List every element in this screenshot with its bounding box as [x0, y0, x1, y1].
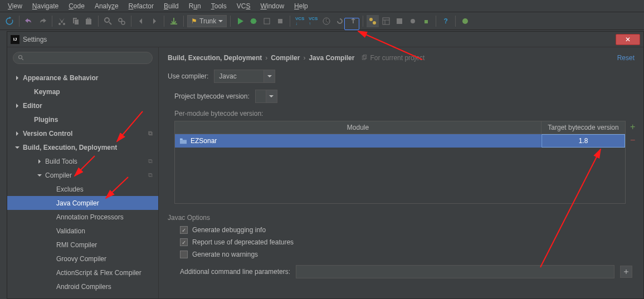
no-warnings-checkbox[interactable]	[180, 251, 188, 258]
tree-actionscript-flex-compiler[interactable]: ActionScript & Flex Compiler	[7, 266, 158, 280]
svg-rect-5	[278, 19, 282, 23]
menu-window[interactable]: Window	[256, 1, 289, 11]
no-warnings-label: Generate no warnings	[192, 251, 258, 258]
vcs-branch-selector[interactable]: ⚑ Trunk	[187, 15, 227, 27]
svg-rect-10	[397, 18, 402, 24]
params-input[interactable]	[296, 265, 614, 278]
menu-refactor[interactable]: Refactor	[124, 1, 158, 11]
svg-point-12	[19, 56, 22, 59]
svg-rect-4	[264, 18, 270, 24]
copy-icon[interactable]	[69, 15, 81, 27]
svg-point-2	[121, 21, 125, 24]
use-compiler-combo[interactable]: Javac	[214, 70, 275, 83]
copy-icon	[361, 55, 368, 61]
intellij-icon: IJ	[11, 35, 19, 44]
menu-vcs[interactable]: VCS	[232, 1, 255, 11]
tree-plugins[interactable]: Plugins	[7, 112, 158, 126]
cut-icon[interactable]	[56, 15, 68, 27]
breadcrumb: Build, Execution, Deployment › Compiler …	[168, 54, 635, 62]
tree-excludes[interactable]: Excludes	[7, 182, 158, 196]
menu-help[interactable]: Help	[290, 1, 313, 11]
back-icon[interactable]	[135, 15, 147, 27]
android-icon[interactable]	[420, 15, 432, 27]
svg-rect-9	[383, 18, 389, 24]
per-module-label: Per-module bytecode version:	[174, 110, 635, 117]
main-toolbar: ⚑ Trunk VCS↓ VCS↑ ?	[0, 12, 644, 30]
svg-point-7	[369, 18, 373, 21]
menu-analyze[interactable]: Analyze	[90, 1, 123, 11]
project-structure-icon[interactable]	[380, 15, 392, 27]
remove-module-button[interactable]: −	[630, 135, 635, 145]
tree-annotation-processors[interactable]: Annotation Processors	[7, 210, 158, 224]
close-button[interactable]: ✕	[616, 34, 640, 45]
params-label: Additional command line parameters:	[180, 268, 290, 276]
tree-compiler[interactable]: Compiler⧉	[7, 168, 158, 182]
project-bytecode-combo[interactable]	[255, 90, 277, 103]
table-row[interactable]: EZSonar 1.8	[175, 134, 625, 148]
col-module: Module	[175, 121, 541, 134]
javac-options-title: Javac Options	[168, 214, 635, 222]
tree-android-compilers[interactable]: Android Compilers	[7, 280, 158, 293]
breadcrumb-1[interactable]: Build, Execution, Deployment	[168, 54, 262, 62]
tree-rmi-compiler[interactable]: RMI Compiler	[7, 238, 158, 252]
menu-run[interactable]: Run	[184, 1, 206, 11]
settings-search[interactable]	[13, 52, 153, 64]
menu-navigate[interactable]: Navigate	[28, 1, 63, 11]
breadcrumb-2[interactable]: Compiler	[271, 54, 300, 62]
settings-tree: Appearance & BehaviorKeymapEditorPlugins…	[7, 68, 158, 298]
add-module-button[interactable]: +	[630, 122, 635, 132]
vcs-history-icon[interactable]	[320, 15, 333, 27]
refresh-icon[interactable]	[3, 15, 16, 27]
stop-icon[interactable]	[274, 15, 286, 27]
svg-point-0	[105, 18, 109, 22]
redo-icon[interactable]	[36, 15, 48, 27]
report-deprecated-checkbox[interactable]	[180, 238, 188, 246]
tree-keymap[interactable]: Keymap	[7, 85, 158, 99]
tree-editor[interactable]: Editor	[7, 99, 158, 112]
vcs-update-icon[interactable]: VCS↓	[294, 15, 306, 27]
chevron-down-icon[interactable]	[264, 70, 275, 83]
tree-build-tools[interactable]: Build Tools⧉	[7, 154, 158, 168]
paste-icon[interactable]	[82, 15, 95, 27]
menu-build[interactable]: Build	[159, 1, 183, 11]
use-compiler-label: Use compiler:	[168, 72, 208, 80]
run-icon[interactable]	[234, 15, 246, 27]
use-compiler-value: Javac	[214, 70, 264, 83]
target-version-cell[interactable]: 1.8	[541, 134, 625, 148]
generate-debug-checkbox[interactable]	[180, 226, 188, 234]
report-deprecated-label: Report use of deprecated features	[192, 238, 294, 246]
tree-java-compiler[interactable]: Java Compiler	[7, 196, 158, 210]
svg-point-1	[119, 18, 122, 22]
search-icon	[18, 55, 25, 61]
help-icon[interactable]: ?	[440, 15, 452, 27]
tree-build-execution-deployment[interactable]: Build, Execution, Deployment	[7, 140, 158, 154]
replace-icon[interactable]	[115, 15, 128, 27]
settings-icon[interactable]	[367, 15, 379, 27]
reset-link[interactable]: Reset	[617, 54, 635, 62]
dialog-title: Settings	[23, 36, 47, 43]
sync-icon[interactable]	[407, 15, 419, 27]
undo-icon[interactable]	[23, 15, 35, 27]
menu-code[interactable]: Code	[64, 1, 89, 11]
menu-view[interactable]: View	[3, 1, 27, 11]
debug-icon[interactable]	[247, 15, 260, 27]
svg-point-11	[462, 18, 468, 24]
chevron-down-icon[interactable]	[266, 90, 277, 103]
plugin-icon[interactable]	[459, 15, 471, 27]
tree-groovy-compiler[interactable]: Groovy Compiler	[7, 252, 158, 266]
tree-validation[interactable]: Validation	[7, 224, 158, 238]
settings-sidebar: Appearance & BehaviorKeymapEditorPlugins…	[7, 47, 159, 298]
vcs-commit-icon[interactable]: VCS↑	[307, 15, 319, 27]
breadcrumb-3: Java Compiler	[309, 54, 354, 62]
tree-appearance-behavior[interactable]: Appearance & Behavior	[7, 71, 158, 85]
project-bytecode-label: Project bytecode version:	[174, 92, 250, 100]
find-icon[interactable]	[102, 15, 114, 27]
tree-version-control[interactable]: Version Control⧉	[7, 126, 158, 140]
menu-tools[interactable]: Tools	[207, 1, 231, 11]
sdk-icon[interactable]	[393, 15, 406, 27]
forward-icon[interactable]	[148, 15, 160, 27]
expand-params-button[interactable]	[620, 266, 632, 278]
col-target: Target bytecode version	[541, 121, 625, 134]
build-icon[interactable]	[168, 15, 180, 27]
coverage-icon[interactable]	[261, 15, 273, 27]
